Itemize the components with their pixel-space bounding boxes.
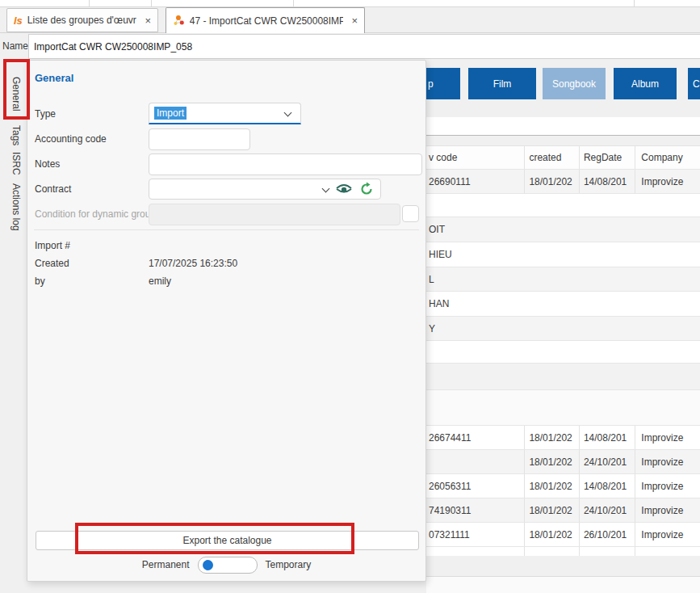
notes-input[interactable] xyxy=(149,154,422,175)
contract-label: Contract xyxy=(35,183,71,195)
table-row-empty xyxy=(426,364,700,390)
table-row-empty xyxy=(426,341,700,364)
cell-created: 18/01/202 xyxy=(524,474,579,498)
toggle-row: Permanent Temporary xyxy=(27,557,425,573)
cell-regdate: 14/08/201 xyxy=(579,170,635,193)
cell-empty xyxy=(579,547,635,556)
cell-created: 18/01/202 xyxy=(524,170,579,193)
cell-code: 74190311 xyxy=(426,498,524,522)
table-header-row: v code created RegDate Company xyxy=(426,145,700,170)
condition-label: Condition for dynamic group xyxy=(35,208,156,220)
table-row[interactable]: 18/01/202 24/10/201 Improvize xyxy=(426,450,700,474)
divider xyxy=(634,0,635,6)
cell-regdate: 24/10/201 xyxy=(579,498,635,522)
button-label: Songbook xyxy=(552,78,596,90)
type-button-songbook[interactable]: Songbook xyxy=(543,68,606,99)
table-row-partial xyxy=(426,547,700,556)
button-label: Film xyxy=(493,78,512,90)
type-button-album[interactable]: Album xyxy=(614,68,677,99)
cell-regdate: 14/08/201 xyxy=(579,474,635,498)
refresh-icon[interactable] xyxy=(359,182,374,196)
type-button-clipped-right[interactable]: Co xyxy=(688,68,700,99)
divider xyxy=(293,0,294,6)
permanent-temporary-toggle[interactable] xyxy=(198,557,258,574)
button-label: Co xyxy=(693,78,700,90)
sidebar-tab-actions-log[interactable]: Actions log xyxy=(6,183,26,231)
table-row[interactable]: 07321111 18/01/202 26/10/201 Improvize xyxy=(426,523,700,547)
chevron-down-icon[interactable] xyxy=(284,109,292,117)
close-icon[interactable]: × xyxy=(351,15,358,27)
condition-checkbox[interactable] xyxy=(402,205,419,222)
table-row[interactable]: Y xyxy=(426,317,700,341)
table-row[interactable]: 26690111 18/01/202 14/08/201 Improvize xyxy=(426,170,700,194)
accounting-code-input[interactable] xyxy=(149,128,250,150)
cell-name: HIEU xyxy=(429,249,452,260)
filter-band[interactable] xyxy=(426,117,700,136)
table-row[interactable]: 26056311 18/01/202 14/08/201 Improvize xyxy=(426,474,700,498)
sidebar-tab-isrc[interactable]: ISRC xyxy=(6,151,26,175)
tab-importcat-active[interactable]: 47 - ImportCat CWR CW250008IMP_058 × xyxy=(166,7,365,33)
panel-title: General xyxy=(35,72,73,84)
created-value: 17/07/2025 16:23:50 xyxy=(149,258,237,269)
notes-label: Notes xyxy=(35,158,60,170)
cell-regdate: 14/08/201 xyxy=(579,426,635,449)
cell-company: Improvize xyxy=(635,474,700,498)
button-label: Album xyxy=(631,78,659,90)
cell-code: 07321111 xyxy=(426,523,524,546)
sidebar-tab-tags[interactable]: Tags xyxy=(6,125,26,146)
name-input[interactable] xyxy=(28,34,700,59)
panel-divider xyxy=(34,229,419,230)
divider xyxy=(89,0,90,6)
cell-name: HAN xyxy=(429,298,449,309)
molecule-icon xyxy=(173,14,185,27)
divider xyxy=(151,0,152,6)
created-label: Created xyxy=(35,258,69,269)
cell-name: L xyxy=(429,274,434,285)
cell-name: Y xyxy=(429,323,435,334)
sidebar-tab-general[interactable]: General xyxy=(6,68,26,120)
cell-code: 26690111 xyxy=(426,170,524,193)
export-button-label: Export the catalogue xyxy=(182,535,271,546)
table-row[interactable]: HIEU xyxy=(426,242,700,267)
col-header-regdate[interactable]: RegDate xyxy=(579,146,635,169)
type-button-clipped[interactable]: p xyxy=(423,68,460,99)
cell-company: Improvize xyxy=(635,523,700,546)
tab-label: Liste des groupes d'œuvres xyxy=(27,15,137,26)
table-row[interactable]: OIT xyxy=(426,217,700,242)
permanent-label: Permanent xyxy=(142,559,190,570)
tab-liste-des-groupes[interactable]: ls Liste des groupes d'œuvres × xyxy=(6,8,158,32)
cell-empty xyxy=(524,547,579,556)
table-row[interactable]: L xyxy=(426,267,700,292)
tab-label: 47 - ImportCat CWR CW250008IMP_058 xyxy=(190,15,344,27)
name-label: Name xyxy=(2,40,28,52)
app-logo-icon: ls xyxy=(14,15,23,27)
cell-code: 26674411 xyxy=(426,426,524,449)
table-row[interactable]: 26674411 18/01/202 14/08/201 Improvize xyxy=(426,426,700,450)
cell-regdate: 24/10/201 xyxy=(579,450,635,473)
cell-created: 18/01/202 xyxy=(524,450,579,473)
contract-dropdown[interactable] xyxy=(149,179,381,200)
cell-empty xyxy=(426,547,524,556)
chevron-down-icon[interactable] xyxy=(322,185,330,193)
col-header-company[interactable]: Company xyxy=(635,146,700,169)
button-label: p xyxy=(428,78,434,90)
table-row-empty xyxy=(426,390,700,426)
by-label: by xyxy=(35,275,45,287)
eye-icon[interactable] xyxy=(335,183,353,196)
col-header-created[interactable]: created xyxy=(524,146,579,169)
table-row[interactable]: HAN xyxy=(426,292,700,317)
type-button-film[interactable]: Film xyxy=(468,68,536,99)
cell-code: 26056311 xyxy=(426,474,524,498)
cell-company: Improvize xyxy=(635,426,700,449)
close-icon[interactable]: × xyxy=(145,15,151,27)
export-catalogue-button[interactable]: Export the catalogue xyxy=(36,531,419,550)
type-dropdown[interactable]: Import xyxy=(149,103,301,124)
type-selected-value: Import xyxy=(154,107,187,120)
temporary-label: Temporary xyxy=(266,559,312,570)
general-panel: General Type Import Accounting code Note… xyxy=(27,60,426,582)
cell-company: Improvize xyxy=(635,498,700,522)
accounting-code-label: Accounting code xyxy=(35,133,107,145)
col-header-code[interactable]: v code xyxy=(426,146,524,169)
table-row[interactable]: 74190311 18/01/202 24/10/201 Improvize xyxy=(426,498,700,523)
cell-company: Improvize xyxy=(635,450,700,473)
